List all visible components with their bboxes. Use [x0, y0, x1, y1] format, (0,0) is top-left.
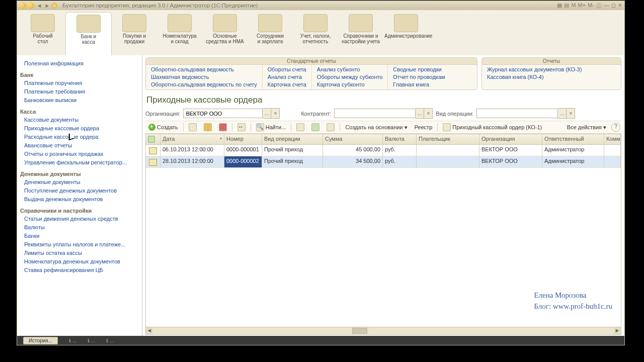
- hscrollbar[interactable]: ◄ ►: [146, 327, 621, 334]
- col-optype[interactable]: Вид операции: [262, 134, 323, 144]
- optype-clear-icon[interactable]: ×: [567, 108, 575, 119]
- report-link[interactable]: Главная книга: [393, 81, 445, 88]
- titlebar: ◄ ► Бухгалтерия предприятия, редакция 3.…: [17, 1, 624, 10]
- favorite-icon[interactable]: [51, 3, 57, 9]
- refresh-button[interactable]: ↔: [235, 123, 248, 132]
- counterparty-clear-icon[interactable]: ×: [424, 108, 433, 119]
- report-link[interactable]: Карточка счета: [268, 81, 306, 88]
- tab-sales[interactable]: Покупки ипродажи: [112, 12, 157, 55]
- col-comment[interactable]: Коммент: [604, 134, 621, 144]
- report-link[interactable]: Кассовая книга (КО-4): [487, 73, 582, 81]
- nav-link[interactable]: Управление фискальным регистратор...: [20, 158, 139, 167]
- org-clear-icon[interactable]: ×: [271, 108, 280, 119]
- reestr-button[interactable]: Реестр: [413, 124, 435, 131]
- nav-link[interactable]: Платежные поручения: [20, 79, 139, 87]
- more-button[interactable]: [325, 123, 337, 132]
- report-link[interactable]: Анализ субконто: [317, 66, 382, 73]
- report-link[interactable]: Карточка субконто: [317, 81, 382, 88]
- report-link[interactable]: Шахматная ведомость: [151, 73, 257, 81]
- tool-icon[interactable]: ▦: [557, 2, 562, 10]
- org-select-icon[interactable]: …: [263, 108, 271, 119]
- tab-accounting[interactable]: Учет, налоги,отчетность: [293, 12, 338, 55]
- tab-inventory[interactable]: Номенклатураи склад: [157, 12, 202, 55]
- nav-link[interactable]: Статьи движения денежных средств: [20, 215, 139, 223]
- nav-link[interactable]: Отчеты о розничных продажах: [20, 150, 139, 158]
- tab-admin[interactable]: Администрирование: [383, 12, 429, 55]
- tab-desktop[interactable]: Рабочийстол: [20, 12, 65, 55]
- nav-link[interactable]: Валюты: [20, 223, 139, 232]
- find-button[interactable]: 🔍Найти...: [254, 123, 288, 132]
- scroll-thumb[interactable]: [352, 328, 367, 334]
- col-icon[interactable]: [146, 134, 160, 144]
- col-org[interactable]: Организация: [479, 134, 542, 144]
- report-link[interactable]: Оборотно-сальдовая ведомость по счету: [151, 81, 257, 88]
- all-actions-button[interactable]: Все действия ▾: [565, 124, 608, 131]
- nav-link[interactable]: Приходные кассовые ордера: [20, 124, 139, 133]
- col-number[interactable]: Номер: [224, 134, 262, 144]
- nav-link[interactable]: Номенклатура денежных документов: [20, 257, 139, 266]
- tab-hr[interactable]: Сотрудникии зарплата: [248, 12, 293, 55]
- report-link[interactable]: Сводные проводки: [393, 66, 445, 73]
- minimize-icon[interactable]: —: [604, 2, 609, 10]
- tool-icon[interactable]: ▤: [564, 2, 569, 10]
- delete-button[interactable]: [217, 123, 229, 132]
- edit-button[interactable]: [202, 123, 214, 132]
- table-row[interactable]: 28.10.2013 12:00:000000-000002Прочий при…: [146, 156, 621, 168]
- col-date[interactable]: Дата▴: [160, 134, 224, 144]
- status-item: ℹ ...: [88, 338, 95, 343]
- report-link[interactable]: Обороты между субконто: [317, 73, 382, 81]
- menu-icon[interactable]: [27, 2, 34, 9]
- maximize-icon[interactable]: ◻: [611, 2, 616, 10]
- report-link[interactable]: Обороты счета: [268, 66, 306, 73]
- nav-link[interactable]: Поступление денежных документов: [20, 187, 139, 195]
- print-button[interactable]: Приходный кассовый ордер (КО-1): [441, 123, 544, 132]
- col-payer[interactable]: Плательщик: [417, 134, 479, 144]
- report-link[interactable]: Отчет по проводкам: [393, 73, 445, 81]
- tab-bank-cash[interactable]: Банк икасса: [65, 12, 112, 56]
- report-link[interactable]: Журнал кассовых документов (КО-3): [487, 66, 582, 73]
- nav-link[interactable]: Платежные требования: [20, 87, 139, 96]
- nav-group: Справочники и настройки: [20, 208, 139, 214]
- col-currency[interactable]: Валюта: [383, 134, 417, 144]
- nav-useful-info[interactable]: Полезная информация: [20, 59, 139, 68]
- tool-icon[interactable]: M-: [588, 2, 594, 10]
- scroll-left-icon[interactable]: ◄: [146, 327, 153, 334]
- back-icon[interactable]: ◄: [36, 3, 42, 9]
- nav-link[interactable]: Выдача денежных документов: [20, 195, 139, 204]
- tool-icon[interactable]: M+: [578, 2, 586, 10]
- optype-select-icon[interactable]: …: [558, 108, 567, 119]
- forward-icon[interactable]: ►: [44, 3, 50, 9]
- help-icon[interactable]: ⓘ: [596, 2, 602, 10]
- table-row[interactable]: 06.10.2013 12:00:000000-000001Прочий при…: [146, 145, 621, 156]
- col-sum[interactable]: Сумма: [323, 134, 383, 144]
- tool-icon[interactable]: M: [571, 2, 576, 10]
- dt-button[interactable]: [309, 123, 321, 132]
- optype-input[interactable]: [476, 109, 558, 118]
- nav-link[interactable]: Банки: [20, 232, 139, 240]
- close-icon[interactable]: ✕: [618, 2, 622, 10]
- tab-assets[interactable]: Основныесредства и НМА: [202, 12, 248, 55]
- help-button[interactable]: ?: [611, 123, 620, 132]
- counterparty-select-icon[interactable]: …: [416, 108, 424, 119]
- nav-link[interactable]: Денежные документы: [20, 178, 139, 187]
- history-button[interactable]: История...: [23, 337, 58, 344]
- report-link[interactable]: Анализ счета: [268, 73, 306, 81]
- filter-button[interactable]: [294, 123, 306, 132]
- copy-button[interactable]: [187, 123, 199, 132]
- nav-link[interactable]: Лимиты остатка кассы: [20, 249, 139, 257]
- report-link[interactable]: Оборотно-сальдовая ведомость: [151, 66, 257, 73]
- nav-link[interactable]: Реквизиты уплаты налогов и платеже...: [20, 240, 139, 249]
- create-button[interactable]: Создать: [146, 123, 180, 131]
- create-basis-button[interactable]: Создать на основании ▾: [343, 124, 409, 131]
- nav-link[interactable]: Кассовые документы: [20, 116, 139, 124]
- list-toolbar: Создать ↔ 🔍Найти... Создать на основании…: [145, 121, 621, 134]
- nav-link[interactable]: Банковские выписки: [20, 96, 139, 105]
- tab-refs[interactable]: Справочники инастройки учета: [338, 12, 383, 55]
- scroll-right-icon[interactable]: ►: [614, 327, 621, 334]
- org-input[interactable]: [183, 109, 263, 118]
- nav-link[interactable]: Расходные кассовые ордера: [20, 133, 139, 141]
- nav-link[interactable]: Авансовые отчеты: [20, 141, 139, 150]
- counterparty-input[interactable]: [334, 109, 416, 118]
- nav-link[interactable]: Ставка рефинансирования ЦБ: [20, 266, 139, 275]
- col-responsible[interactable]: Ответственный: [542, 134, 604, 144]
